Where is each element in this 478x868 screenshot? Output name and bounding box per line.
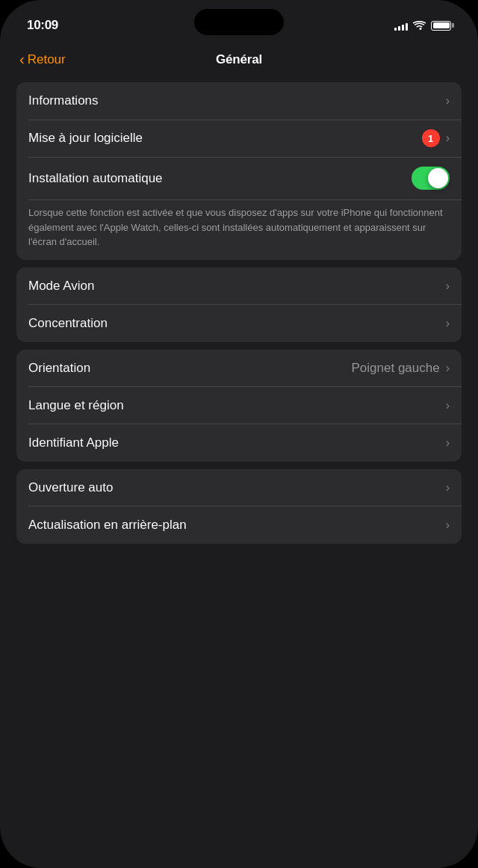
informations-right: › (446, 94, 450, 108)
software-update-right: 1 › (422, 129, 450, 147)
language-region-chevron-icon: › (446, 399, 450, 412)
wifi-icon (413, 21, 426, 31)
update-badge: 1 (422, 129, 440, 147)
language-region-label: Langue et région (28, 398, 124, 413)
airplane-mode-chevron-icon: › (446, 279, 450, 293)
settings-group-2: Mode Avion › Concentration › (16, 267, 462, 342)
status-right (394, 21, 451, 31)
auto-open-label: Ouverture auto (28, 480, 113, 495)
auto-install-toggle[interactable] (412, 167, 450, 190)
phone-frame: 10:09 ‹ Re (0, 0, 478, 868)
nav-bar: ‹ Retour Général (0, 45, 478, 75)
background-update-chevron-icon: › (446, 518, 450, 532)
signal-bars-icon (394, 21, 408, 31)
informations-chevron-icon: › (446, 94, 450, 108)
toggle-thumb (428, 168, 448, 188)
auto-install-description: Lorsque cette fonction est activée et qu… (16, 199, 462, 260)
apple-id-row[interactable]: Identifiant Apple › (16, 424, 462, 462)
concentration-chevron-icon: › (446, 317, 450, 330)
informations-row[interactable]: Informations › (16, 82, 462, 120)
background-update-right: › (446, 518, 450, 532)
status-time: 10:09 (27, 18, 58, 33)
auto-open-row[interactable]: Ouverture auto › (16, 469, 462, 506)
orientation-label: Orientation (28, 361, 90, 376)
background-update-row[interactable]: Actualisation en arrière-plan › (16, 506, 462, 544)
orientation-right: Poignet gauche › (352, 361, 450, 376)
settings-group-3: Orientation Poignet gauche › Langue et r… (16, 350, 462, 462)
page-title: Général (216, 52, 262, 67)
airplane-mode-right: › (446, 279, 450, 293)
orientation-value: Poignet gauche (352, 361, 440, 376)
settings-group-1: Informations › Mise à jour logicielle 1 … (16, 82, 462, 260)
chevron-left-icon: ‹ (19, 51, 25, 68)
auto-open-chevron-icon: › (446, 481, 450, 495)
battery-fill (433, 22, 450, 28)
airplane-mode-label: Mode Avion (28, 279, 95, 294)
apple-id-right: › (446, 436, 450, 450)
concentration-row[interactable]: Concentration › (16, 305, 462, 342)
language-region-row[interactable]: Langue et région › (16, 387, 462, 424)
apple-id-label: Identifiant Apple (28, 435, 119, 450)
auto-install-right (412, 167, 450, 190)
back-button[interactable]: ‹ Retour (19, 52, 66, 68)
language-region-right: › (446, 399, 450, 412)
battery-tip (452, 23, 454, 28)
apple-id-chevron-icon: › (446, 436, 450, 450)
orientation-chevron-icon: › (446, 362, 450, 375)
software-update-label: Mise à jour logicielle (28, 131, 143, 146)
orientation-row[interactable]: Orientation Poignet gauche › (16, 350, 462, 387)
informations-label: Informations (28, 93, 99, 108)
back-label: Retour (28, 52, 66, 67)
auto-install-row[interactable]: Installation automatique (16, 157, 462, 199)
concentration-label: Concentration (28, 316, 108, 331)
settings-content: Informations › Mise à jour logicielle 1 … (0, 75, 478, 559)
battery-icon (431, 21, 451, 31)
concentration-right: › (446, 317, 450, 330)
software-update-chevron-icon: › (446, 131, 450, 145)
settings-group-4: Ouverture auto › Actualisation en arrièr… (16, 469, 462, 544)
dynamic-island (194, 9, 284, 35)
background-update-label: Actualisation en arrière-plan (28, 518, 187, 533)
auto-install-label: Installation automatique (28, 171, 163, 186)
software-update-row[interactable]: Mise à jour logicielle 1 › (16, 120, 462, 157)
auto-open-right: › (446, 481, 450, 495)
airplane-mode-row[interactable]: Mode Avion › (16, 267, 462, 305)
